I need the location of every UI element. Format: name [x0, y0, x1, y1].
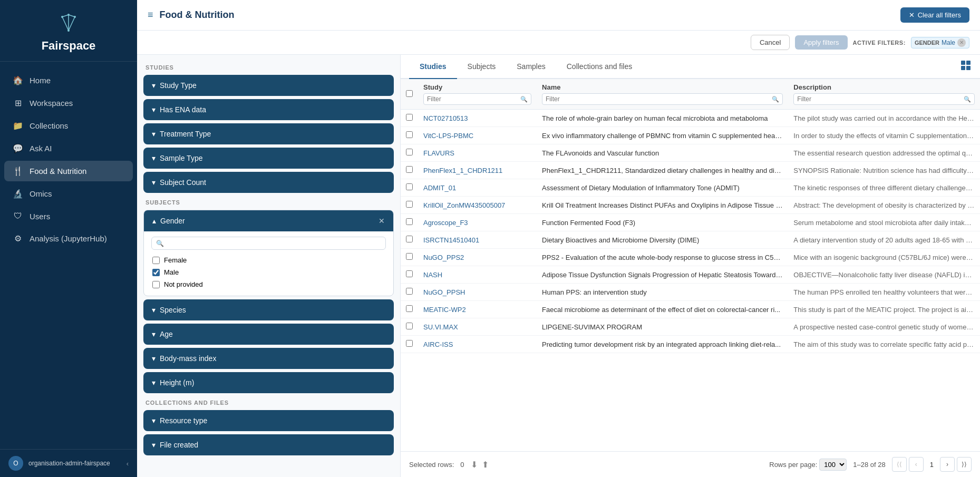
study-cell[interactable]: MEATIC-WP2 — [418, 301, 537, 318]
gender-option-not-provided[interactable]: Not provided — [151, 278, 386, 290]
study-type-accordion[interactable]: ▾ Study Type — [143, 75, 394, 96]
sidebar-item-ask-ai[interactable]: 💬 Ask AI — [4, 138, 133, 159]
grid-view-icon[interactable] — [960, 60, 972, 74]
row-checkbox[interactable] — [406, 183, 413, 190]
resource-type-accordion[interactable]: ▾ Resource type — [143, 410, 394, 431]
row-checkbox[interactable] — [406, 166, 413, 173]
prev-page-button[interactable]: ‹ — [909, 457, 924, 472]
sidebar-item-home[interactable]: 🏠 Home — [4, 70, 133, 91]
apply-filters-button[interactable]: Apply filters — [795, 35, 847, 50]
file-created-accordion[interactable]: ▾ File created — [143, 434, 394, 455]
share-icon[interactable]: ⬆ — [482, 460, 489, 470]
body-mass-index-accordion[interactable]: ▾ Body-mass index — [143, 348, 394, 369]
sidebar-item-omics[interactable]: 🔬 Omics — [4, 183, 133, 204]
gender-not-provided-checkbox[interactable] — [152, 281, 160, 288]
sample-type-accordion[interactable]: ▾ Sample Type — [143, 148, 394, 169]
download-icon[interactable]: ⬇ — [471, 460, 478, 470]
tab-subjects[interactable]: Subjects — [457, 55, 507, 79]
username: organisation-admin-fairspace — [28, 460, 110, 467]
height-accordion[interactable]: ▾ Height (m) — [143, 372, 394, 393]
gender-close-icon[interactable]: ✕ — [379, 217, 385, 225]
gender-male-checkbox[interactable] — [152, 269, 160, 276]
tab-collections-files[interactable]: Collections and files — [556, 55, 643, 79]
subject-count-accordion[interactable]: ▾ Subject Count — [143, 172, 394, 193]
study-cell[interactable]: AIRC-ISS — [418, 336, 537, 353]
row-checkbox[interactable] — [406, 270, 413, 277]
sidebar-item-workspaces[interactable]: ⊞ Workspaces — [4, 93, 133, 113]
studies-section-label: STUDIES — [143, 61, 394, 72]
sidebar-item-analysis[interactable]: ⚙ Analysis (JupyterHub) — [4, 228, 133, 249]
row-checkbox[interactable] — [406, 288, 413, 295]
gender-accordion-header[interactable]: ▴ Gender ✕ — [144, 210, 393, 231]
name-filter-input[interactable] — [546, 95, 772, 103]
table-row: PhenFlex1_1_CHDR1211 PhenFlex1_1_CHDR121… — [401, 162, 980, 179]
description-column-header: Description 🔍 — [788, 79, 980, 110]
row-checkbox[interactable] — [406, 201, 413, 208]
filter-panel: STUDIES ▾ Study Type ▾ Has ENA data ▾ Tr… — [137, 55, 401, 477]
age-accordion[interactable]: ▾ Age — [143, 324, 394, 345]
first-page-button[interactable]: ⟨⟨ — [892, 457, 907, 472]
gender-filter-body: 🔍 Female Male Not provided — [144, 231, 393, 296]
description-filter-input[interactable] — [797, 95, 964, 103]
study-cell[interactable]: ISRCTN14510401 — [418, 231, 537, 249]
row-select-cell — [401, 231, 418, 249]
name-cell: Faecal microbiome as determinant of the … — [537, 301, 788, 318]
study-cell[interactable]: KrillOil_ZonMW435005007 — [418, 197, 537, 214]
row-checkbox[interactable] — [406, 131, 413, 138]
collapse-sidebar-button[interactable]: ‹ — [127, 460, 129, 468]
gender-filter-dropdown: ▴ Gender ✕ 🔍 Female — [143, 210, 394, 296]
study-cell[interactable]: ADMIT_01 — [418, 179, 537, 197]
description-cell: The human PPS enrolled ten healthy volun… — [788, 284, 980, 301]
last-page-button[interactable]: ⟩⟩ — [957, 457, 972, 472]
gender-option-male[interactable]: Male — [151, 266, 386, 278]
study-cell[interactable]: Agroscope_F3 — [418, 214, 537, 231]
row-checkbox[interactable] — [406, 340, 413, 347]
analysis-nav-label: Analysis (JupyterHub) — [30, 234, 107, 243]
study-cell[interactable]: NuGO_PPS2 — [418, 249, 537, 266]
sidebar-item-food-nutrition[interactable]: 🍴 Food & Nutrition — [4, 161, 133, 181]
users-nav-label: Users — [30, 212, 50, 221]
study-cell[interactable]: FLAVURS — [418, 144, 537, 162]
row-checkbox[interactable] — [406, 218, 413, 225]
select-all-checkbox[interactable] — [406, 90, 413, 97]
name-cell: LIPGENE-SUVIMAX PROGRAM — [537, 318, 788, 336]
row-checkbox[interactable] — [406, 236, 413, 242]
study-cell[interactable]: NASH — [418, 266, 537, 284]
has-ena-data-accordion[interactable]: ▾ Has ENA data — [143, 99, 394, 120]
clear-all-filters-button[interactable]: ✕ Clear all filters — [900, 7, 969, 23]
study-cell[interactable]: VitC-LPS-PBMC — [418, 127, 537, 144]
row-checkbox[interactable] — [406, 323, 413, 329]
sidebar-navigation: 🏠 Home⊞ Workspaces📁 Collections💬 Ask AI🍴… — [0, 62, 137, 449]
data-panel: Studies Subjects Samples Collections and… — [401, 55, 980, 477]
clear-filters-x-icon: ✕ — [909, 11, 915, 19]
row-checkbox[interactable] — [406, 253, 413, 260]
has-ena-data-chevron-icon: ▾ — [152, 105, 156, 114]
gender-option-female[interactable]: Female — [151, 254, 386, 266]
selected-rows-label: Selected rows: — [409, 461, 454, 469]
study-filter-input[interactable] — [427, 95, 520, 103]
study-cell[interactable]: NCT02710513 — [418, 110, 537, 127]
species-accordion[interactable]: ▾ Species — [143, 299, 394, 320]
gender-search-input[interactable] — [167, 239, 381, 247]
row-checkbox[interactable] — [406, 305, 413, 312]
select-all-header — [401, 79, 418, 110]
next-page-button[interactable]: › — [940, 457, 955, 472]
footer-actions: ⬇ ⬆ — [471, 460, 489, 470]
cancel-button[interactable]: Cancel — [751, 35, 790, 50]
study-cell[interactable]: SU.VI.MAX — [418, 318, 537, 336]
tab-samples[interactable]: Samples — [506, 55, 556, 79]
study-cell[interactable]: NuGO_PPSH — [418, 284, 537, 301]
gender-female-checkbox[interactable] — [152, 257, 160, 264]
ask-ai-nav-label: Ask AI — [30, 144, 52, 153]
row-checkbox[interactable] — [406, 149, 413, 155]
sidebar-item-collections[interactable]: 📁 Collections — [4, 115, 133, 136]
tab-studies[interactable]: Studies — [409, 55, 457, 79]
rows-per-page-select[interactable]: 100 50 25 — [819, 459, 847, 471]
description-cell: A dietary intervention study of 20 adult… — [788, 231, 980, 249]
sidebar-item-users[interactable]: 🛡 Users — [4, 206, 133, 226]
remove-gender-filter-button[interactable]: ✕ — [957, 38, 966, 47]
row-select-cell — [401, 144, 418, 162]
treatment-type-accordion[interactable]: ▾ Treatment Type — [143, 123, 394, 144]
study-cell[interactable]: PhenFlex1_1_CHDR1211 — [418, 162, 537, 179]
row-checkbox[interactable] — [406, 114, 413, 121]
